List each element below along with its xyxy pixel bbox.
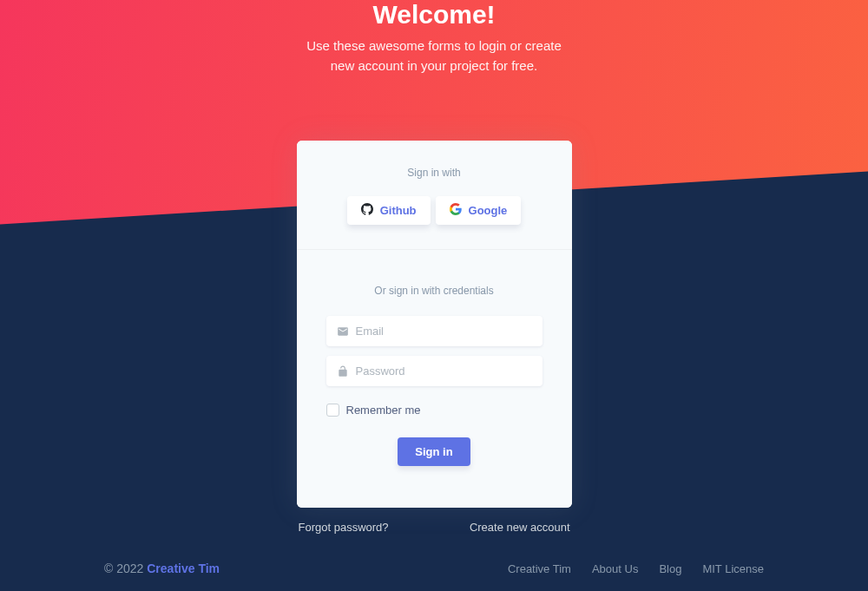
footer-link-blog[interactable]: Blog [659,562,681,575]
email-icon [337,325,349,338]
footer-nav: Creative Tim About Us Blog MIT License [508,562,764,575]
content-wrapper: Welcome! Use these awesome forms to logi… [0,0,868,534]
remember-checkbox[interactable] [326,404,339,417]
page-title: Welcome! [299,0,569,30]
credentials-label: Or sign in with credentials [326,285,542,297]
signin-card: Sign in with Github Google Or sign in wi… [297,141,572,508]
lock-icon [337,365,349,378]
remember-me-wrap: Remember me [326,404,542,417]
footer-link-about-us[interactable]: About Us [592,562,638,575]
footer-link-mit-license[interactable]: MIT License [702,562,764,575]
google-button[interactable]: Google [436,196,522,225]
copyright-text: © 2022 [104,561,147,575]
remember-label: Remember me [346,404,421,417]
footer: © 2022 Creative Tim Creative Tim About U… [0,561,868,575]
email-input-group [326,316,542,346]
card-links: Forgot password? Create new account [297,521,572,534]
create-account-link[interactable]: Create new account [470,521,570,534]
password-input-group [326,356,542,386]
footer-brand-link[interactable]: Creative Tim [147,561,220,575]
signin-with-label: Sign in with [314,167,555,179]
github-label: Github [380,204,417,217]
forgot-password-link[interactable]: Forgot password? [299,521,389,534]
card-body: Or sign in with credentials Remember me … [297,250,572,508]
footer-link-creative-tim[interactable]: Creative Tim [508,562,571,575]
email-input[interactable] [326,316,542,346]
password-input[interactable] [326,356,542,386]
github-button[interactable]: Github [347,196,431,225]
social-buttons: Github Google [314,196,555,225]
signin-button[interactable]: Sign in [398,437,470,466]
github-icon [361,203,373,218]
google-icon [450,203,462,218]
card-header: Sign in with Github Google [297,141,572,250]
google-label: Google [469,204,508,217]
footer-copyright: © 2022 Creative Tim [104,561,220,575]
page-subtitle: Use these awesome forms to login or crea… [299,36,569,76]
welcome-header: Welcome! Use these awesome forms to logi… [299,0,569,76]
